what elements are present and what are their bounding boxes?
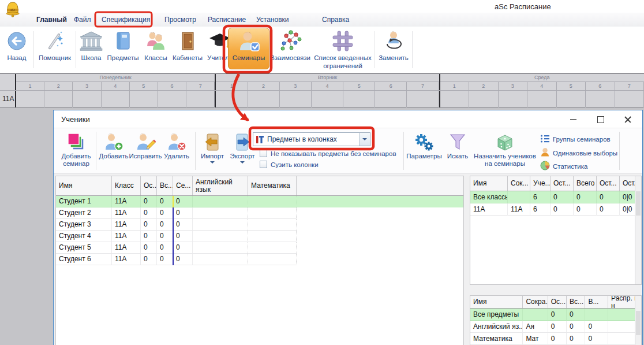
vertical-scrollbar[interactable]	[635, 296, 641, 345]
timetable-cell[interactable]	[73, 91, 101, 107]
timetable-cell[interactable]	[469, 91, 498, 107]
dialog-titlebar[interactable]: Ученики	[54, 110, 642, 128]
student-row-selected[interactable]: Студент 111А000	[56, 196, 463, 207]
menu-item-file[interactable]: Файл	[74, 16, 91, 24]
edit-student-button[interactable]: Исправить	[130, 132, 161, 160]
narrow-columns-checkbox[interactable]	[260, 161, 267, 168]
seminars-label: Семинары	[233, 54, 265, 62]
school-button[interactable]: Школа	[78, 28, 104, 72]
substitute-button[interactable]: Заменить	[377, 28, 410, 72]
timetable-cell[interactable]	[440, 91, 469, 107]
assign-students-button[interactable]: Назначить учеников на семинары	[471, 132, 539, 168]
close-button[interactable]	[614, 110, 641, 128]
strip-day-tuesday: Вторник 1234567	[215, 74, 439, 90]
timetable-cell[interactable]	[248, 91, 280, 107]
timetable-cell[interactable]	[586, 91, 615, 107]
timetable-cell[interactable]	[407, 91, 439, 107]
add-student-button[interactable]: Добавить	[98, 132, 129, 160]
period-header: 5	[343, 82, 375, 91]
parameters-label: Параметры	[406, 153, 441, 160]
student-row[interactable]: Студент 211А000	[56, 207, 463, 219]
import-button[interactable]: Импорт	[199, 132, 226, 164]
scrollbar-thumb[interactable]	[636, 311, 641, 335]
student-row[interactable]: Студент 311А000	[56, 219, 463, 231]
timetable-cell[interactable]	[16, 91, 44, 107]
subjects-summary-panel: Имя Сокра... Ос... Вс... В... Распр. в н…	[470, 295, 642, 345]
menu-item-settings[interactable]: Установки	[256, 16, 289, 24]
minimize-button[interactable]	[560, 110, 587, 128]
hide-subjects-checkbox[interactable]	[260, 150, 267, 157]
menu-bar: Главный Файл Спецификация Просмотр Распи…	[0, 13, 644, 27]
rooms-button[interactable]: Кабинеты	[171, 28, 204, 72]
column-header: Ос...	[141, 176, 157, 195]
same-choices-button[interactable]: Одинаковые выборы	[540, 147, 617, 159]
timetable-cell[interactable]	[280, 91, 312, 107]
timetable-cell[interactable]	[44, 91, 73, 107]
class-row-label[interactable]: 11А	[0, 91, 16, 107]
subject-summary-row[interactable]: МатематикаМат000	[470, 333, 641, 345]
timetable-cell[interactable]	[102, 91, 130, 107]
timetable-cell[interactable]	[312, 91, 343, 107]
minimize-icon	[570, 119, 576, 120]
timetable-cell[interactable]	[186, 91, 215, 107]
classes-button[interactable]: Классы	[141, 28, 170, 72]
menu-item-view[interactable]: Просмотр	[164, 16, 196, 24]
seminars-button-active[interactable]: Семинары	[228, 28, 269, 69]
student-row[interactable]: Студент 411А000	[56, 231, 463, 242]
period-header: 2	[469, 82, 498, 91]
columns-mode-combobox[interactable]: Предметы в колонках	[253, 132, 370, 146]
search-button[interactable]: Искать	[444, 132, 471, 160]
seminar-groups-button[interactable]: Группы семинаров	[540, 134, 611, 145]
maximize-button[interactable]	[587, 110, 614, 128]
network-graph-icon	[278, 28, 302, 54]
timetable-cell[interactable]	[615, 91, 644, 107]
back-icon	[6, 28, 27, 54]
column-header: Всего	[574, 176, 597, 191]
subjects-button[interactable]: Предметы	[106, 28, 140, 72]
dialog-toolbar: Добавить семинар Добавить Исправить	[54, 128, 642, 174]
import-dropdown-arrow[interactable]	[210, 161, 215, 164]
timetable-cell[interactable]	[499, 91, 527, 107]
constraints-list-button[interactable]: Список введенных ограничений	[312, 28, 373, 72]
vertical-scrollbar[interactable]	[635, 176, 641, 284]
person-edit-icon	[135, 132, 156, 153]
statistics-button[interactable]: Статистика	[540, 161, 587, 173]
relations-button[interactable]: Взаимосвязи	[269, 28, 311, 72]
subject-summary-row[interactable]: Английский яз...Ая000	[470, 321, 641, 333]
timetable-cell[interactable]	[557, 91, 586, 107]
menu-item-specification[interactable]: Спецификация	[102, 16, 150, 24]
timetable-cell[interactable]	[527, 91, 556, 107]
person-delete-icon	[166, 132, 187, 153]
export-dropdown-arrow[interactable]	[240, 161, 245, 164]
two-people-icon	[145, 28, 167, 54]
delete-student-button[interactable]: Удалить	[162, 132, 192, 160]
toolbar-separator	[96, 132, 96, 170]
column-header: Английский язык	[193, 176, 248, 195]
timetable-cell[interactable]	[343, 91, 375, 107]
substitute-label: Заменить	[379, 54, 409, 62]
seminars-person-check-icon	[237, 29, 261, 54]
class-summary-row-selected[interactable]: Все классы60000|0	[470, 191, 641, 203]
add-student-label: Добавить	[99, 153, 129, 160]
assistant-button[interactable]: Помощник	[36, 28, 74, 72]
combo-dropdown-arrow[interactable]	[359, 133, 370, 146]
menu-item-help[interactable]: Справка	[322, 16, 349, 24]
export-button[interactable]: Экспорт	[229, 132, 256, 164]
student-row[interactable]: Студент 611А000	[56, 254, 463, 265]
timetable-cell[interactable]	[216, 91, 248, 107]
menu-item-timetable[interactable]: Расписание	[208, 16, 246, 24]
parameters-button[interactable]: Параметры	[406, 132, 442, 160]
add-seminar-button[interactable]: Добавить семинар	[58, 132, 94, 168]
statistics-label: Статистика	[553, 163, 587, 170]
class-summary-row[interactable]: 11А11А60000|0	[470, 203, 641, 216]
period-header: 2	[44, 82, 73, 91]
classes-table-header: Имя Сок... Уче... Ост... Всего Ост... Ос…	[470, 176, 641, 191]
back-button[interactable]: Назад	[2, 28, 31, 72]
timetable-cell[interactable]	[375, 91, 407, 107]
timetable-cell[interactable]	[130, 91, 158, 107]
timetable-cell[interactable]	[158, 91, 186, 107]
scrollbar-thumb[interactable]	[636, 191, 641, 216]
subject-summary-row-selected[interactable]: Все предметы00	[470, 309, 641, 321]
menu-item-main[interactable]: Главный	[36, 16, 67, 24]
student-row[interactable]: Студент 511А000	[56, 242, 463, 254]
